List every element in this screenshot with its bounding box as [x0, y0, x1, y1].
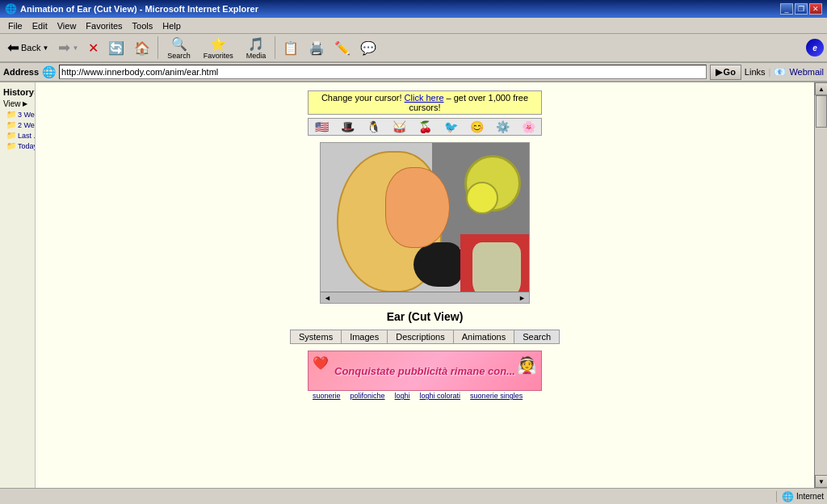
- back-icon: ⬅: [7, 39, 19, 57]
- ear-cochlea: [464, 155, 521, 212]
- sidebar-item-lastweek[interactable]: 📁 Last ...: [0, 130, 35, 141]
- cursor-icon-2[interactable]: 🐧: [360, 119, 386, 135]
- cursor-icon-3[interactable]: 🥁: [386, 119, 412, 135]
- ear-image: ◄ ►: [320, 142, 530, 304]
- cursor-icon-7[interactable]: ⚙️: [489, 119, 515, 135]
- go-button[interactable]: ▶ Go: [710, 65, 741, 80]
- webmail-icon: 📧: [774, 66, 786, 78]
- nav-systems-button[interactable]: Systems: [291, 330, 342, 343]
- media-button[interactable]: 🎵 Media: [241, 34, 272, 62]
- menu-bar: File Edit View Favorites Tools Help: [0, 18, 827, 34]
- cursor-icon-0[interactable]: 🇺🇸: [309, 119, 334, 135]
- sidebar-item-2weeks[interactable]: 📁 2 We...: [0, 120, 35, 130]
- ad-link-0[interactable]: suonerie: [308, 391, 346, 401]
- nav-animations-button[interactable]: Animations: [454, 330, 514, 343]
- ad-decoration-left: ❤️: [313, 355, 329, 371]
- sidebar-view-dropdown-icon[interactable]: ▶: [23, 100, 27, 107]
- ad-area: Conquistate pubblicità rimane con... 👰 ❤…: [308, 351, 542, 401]
- sidebar-view-label[interactable]: View: [3, 99, 21, 108]
- image-nav-left[interactable]: ◄: [324, 294, 331, 302]
- forward-button[interactable]: ➡ ▼: [54, 36, 82, 59]
- scroll-thumb[interactable]: [816, 95, 827, 128]
- menu-edit[interactable]: Edit: [27, 19, 52, 32]
- scrollbar-right[interactable]: ▲ ▼: [814, 82, 827, 488]
- scroll-up-button[interactable]: ▲: [815, 82, 827, 95]
- content-area[interactable]: Change your cursor! Click here – get ove…: [36, 82, 814, 488]
- discuss-button[interactable]: 💬: [356, 38, 380, 58]
- stop-icon: ✕: [88, 40, 99, 56]
- title-bar: 🌐 Animation of Ear (Cut View) - Microsof…: [0, 0, 827, 18]
- cursor-icons-strip: 🇺🇸 🎩 🐧 🥁 🍒 🐦 😊 ⚙️ 🌸: [308, 118, 542, 136]
- address-input[interactable]: [59, 65, 707, 79]
- links-area: Links | 📧 Webmail: [745, 66, 824, 78]
- refresh-icon: 🔄: [108, 40, 124, 56]
- home-icon: 🏠: [134, 40, 150, 56]
- discuss-icon: 💬: [360, 40, 376, 56]
- history-icon: 📋: [283, 40, 299, 56]
- favorites-label: Favorites: [204, 52, 233, 60]
- sidebar-history-label: History: [3, 87, 34, 97]
- back-dropdown-icon[interactable]: ▼: [42, 44, 48, 52]
- search-icon: 🔍: [171, 36, 187, 52]
- ear-inner-canal: [385, 167, 450, 248]
- nav-search-button[interactable]: Search: [514, 330, 559, 343]
- history-button[interactable]: 📋: [279, 38, 303, 58]
- edit-button[interactable]: ✏️: [330, 38, 355, 58]
- menu-view[interactable]: View: [52, 19, 82, 32]
- favorites-button[interactable]: ⭐ Favorites: [198, 34, 239, 62]
- stop-button[interactable]: ✕: [84, 38, 103, 58]
- ad-link-1[interactable]: polifoniche: [346, 391, 390, 401]
- ad-link-4[interactable]: suonerie singles: [465, 391, 527, 401]
- ad-banner[interactable]: Conquistate pubblicità rimane con... 👰 ❤…: [308, 351, 542, 391]
- menu-favorites[interactable]: Favorites: [81, 19, 127, 32]
- sidebar-item-3weeks[interactable]: 📁 3 We...: [0, 109, 35, 120]
- minimize-button[interactable]: _: [780, 3, 793, 15]
- sidebar-item-today[interactable]: 📁 Today: [0, 141, 35, 151]
- cursor-icon-6[interactable]: 😊: [464, 119, 489, 135]
- cursor-icon-1[interactable]: 🎩: [334, 119, 360, 135]
- webmail-link[interactable]: Webmail: [789, 67, 824, 77]
- nav-images-button[interactable]: Images: [342, 330, 388, 343]
- ear-cochlea-inner: [466, 182, 498, 214]
- folder-icon-2weeks: 📁: [6, 120, 16, 129]
- page-content: Change your cursor! Click here – get ove…: [36, 82, 814, 409]
- menu-tools[interactable]: Tools: [128, 19, 158, 32]
- back-button[interactable]: ⬅ Back ▼: [3, 36, 52, 59]
- image-nav-right[interactable]: ►: [518, 294, 526, 302]
- scroll-down-button[interactable]: ▼: [815, 475, 827, 488]
- address-label: Address: [3, 67, 39, 77]
- menu-file[interactable]: File: [3, 19, 27, 32]
- cursor-banner: Change your cursor! Click here – get ove…: [308, 90, 542, 115]
- main-layout: History × View ▶ 📁 3 We... 📁 2 We... 📁 L…: [0, 82, 827, 488]
- scroll-track[interactable]: [815, 95, 827, 475]
- print-button[interactable]: 🖨️: [304, 38, 329, 58]
- search-button[interactable]: 🔍 Search: [162, 34, 196, 62]
- ad-decoration-right: 👰: [517, 355, 537, 375]
- cursor-icon-5[interactable]: 🐦: [438, 119, 464, 135]
- refresh-button[interactable]: 🔄: [104, 38, 128, 58]
- ear-ossicles: [472, 242, 521, 299]
- close-button[interactable]: ✕: [809, 3, 822, 15]
- print-icon: 🖨️: [309, 40, 325, 56]
- links-label: Links: [745, 67, 766, 77]
- home-button[interactable]: 🏠: [130, 38, 154, 58]
- media-label: Media: [246, 52, 267, 60]
- ear-title: Ear (Cut View): [387, 310, 464, 323]
- cursor-icon-4[interactable]: 🍒: [412, 119, 438, 135]
- ad-link-3[interactable]: loghi colorati: [415, 391, 466, 401]
- cursor-icon-8[interactable]: 🌸: [515, 119, 541, 135]
- ad-link-2[interactable]: loghi: [390, 391, 415, 401]
- go-label: Go: [724, 67, 736, 77]
- go-arrow-icon: ▶: [716, 67, 722, 78]
- ad-links-row: suonerie polifoniche loghi loghi colorat…: [308, 391, 542, 401]
- toolbar-separator-1: [157, 36, 158, 59]
- ie-icon: 🌐: [5, 3, 17, 15]
- ad-text: Conquistate pubblicità rimane con...: [326, 365, 523, 377]
- cursor-banner-link[interactable]: Click here: [405, 93, 444, 103]
- status-bar: 🌐 Internet: [0, 488, 827, 504]
- nav-descriptions-button[interactable]: Descriptions: [388, 330, 454, 343]
- menu-help[interactable]: Help: [157, 19, 186, 32]
- restore-button[interactable]: ❐: [795, 3, 808, 15]
- edit-icon: ✏️: [334, 40, 351, 56]
- forward-dropdown-icon[interactable]: ▼: [72, 44, 78, 52]
